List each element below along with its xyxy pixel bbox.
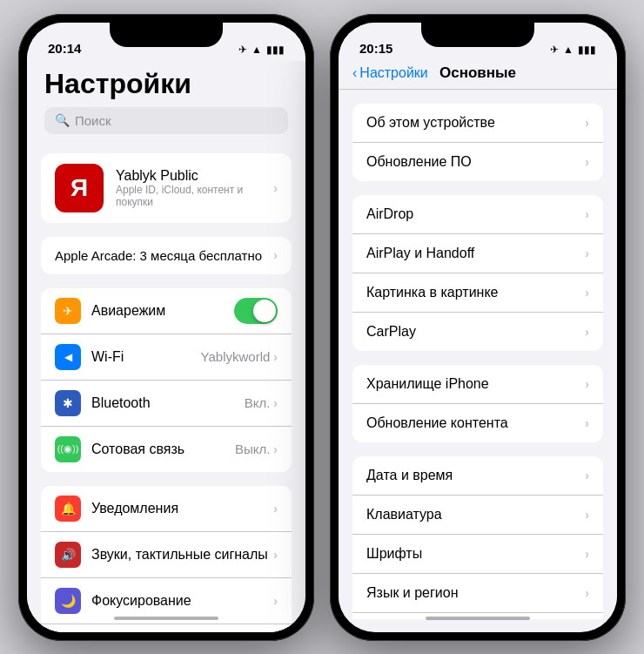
row-carplay[interactable]: CarPlay › <box>352 313 603 351</box>
battery-icon: ▮▮▮ <box>266 44 285 56</box>
nav-back-button[interactable]: ‹ Настройки <box>352 65 428 81</box>
airdrop-chevron: › <box>585 207 589 221</box>
airplay-chevron: › <box>585 246 589 260</box>
nav-title: Основные <box>439 64 516 82</box>
airplay-label: AirPlay и Handoff <box>366 246 474 261</box>
row-keyboard[interactable]: Клавиатура › <box>352 496 603 535</box>
profile-chevron: › <box>273 181 278 195</box>
about-label: Об этом устройстве <box>366 115 495 131</box>
airplane-content: Авиарежим <box>91 303 234 319</box>
keyboard-chevron: › <box>585 508 589 522</box>
setting-screentime[interactable]: ⏱ Экранное время › <box>41 624 292 632</box>
wifi-label: Wi-Fi <box>91 349 124 364</box>
home-indicator-right <box>426 617 530 620</box>
row-airplay[interactable]: AirPlay и Handoff › <box>352 234 603 273</box>
cellular-setting-icon: ((◉)) <box>55 436 81 462</box>
notifications-label: Уведомления <box>91 501 178 516</box>
about-chevron: › <box>585 116 589 130</box>
row-airdrop[interactable]: AirDrop › <box>352 195 603 234</box>
cellular-value: Выкл. <box>235 442 270 456</box>
nav-bar: ‹ Настройки Основные <box>339 61 617 90</box>
back-chevron-icon: ‹ <box>352 65 357 81</box>
cellular-label: Сотовая связь <box>91 442 184 456</box>
fonts-chevron: › <box>585 547 589 561</box>
notch-left <box>110 23 223 47</box>
row-pip[interactable]: Картинка в картинке › <box>352 273 603 313</box>
airplane-toggle[interactable] <box>234 298 278 324</box>
arcade-chevron: › <box>273 248 278 262</box>
airplane-setting-icon: ✈ <box>55 298 81 324</box>
focus-icon: 🌙 <box>55 588 81 614</box>
setting-notifications[interactable]: 🔔 Уведомления › <box>41 486 292 532</box>
profile-name: Yablyk Public <box>116 168 261 184</box>
row-storage[interactable]: Хранилище iPhone › <box>352 365 603 404</box>
update-chevron: › <box>585 155 589 169</box>
wifi-content: Wi-Fi <box>91 349 201 365</box>
profile-section[interactable]: Я Yablyk Public Apple ID, iCloud, контен… <box>41 153 292 223</box>
status-icons-left: ✈ ▲ ▮▮▮ <box>238 44 285 56</box>
fonts-label: Шрифты <box>366 546 422 562</box>
setting-airplane[interactable]: ✈ Авиарежим <box>41 288 292 334</box>
bgrefresh-chevron: › <box>585 416 589 430</box>
arcade-banner[interactable]: Apple Arcade: 3 месяца бесплатно › <box>41 237 292 274</box>
home-indicator-left <box>114 617 218 620</box>
airplane-icon: ✈ <box>238 44 247 56</box>
sounds-content: Звуки, тактильные сигналы <box>91 547 273 563</box>
settings-header: Настройки 🔍 Поиск <box>27 61 305 153</box>
arcade-text: Apple Arcade: 3 месяца бесплатно <box>55 248 262 263</box>
search-bar[interactable]: 🔍 Поиск <box>44 107 288 134</box>
search-icon: 🔍 <box>55 113 70 127</box>
language-label: Язык и регион <box>366 585 459 601</box>
focus-chevron: › <box>273 594 278 608</box>
wifi-icon: ▲ <box>252 44 262 56</box>
bluetooth-value: Вкл. <box>245 395 271 410</box>
notifications-section: 🔔 Уведомления › 🔊 Звуки, тактильные сигн… <box>41 486 292 632</box>
profile-subtitle: Apple ID, iCloud, контент и покупки <box>116 184 261 208</box>
profile-row[interactable]: Я Yablyk Public Apple ID, iCloud, контен… <box>41 153 292 223</box>
left-screen-content: Настройки 🔍 Поиск Я Yablyk Public Apple … <box>27 61 305 632</box>
section-airdrop: AirDrop › AirPlay и Handoff › Картинка в… <box>352 195 603 351</box>
right-phone: 20:15 ✈ ▲ ▮▮▮ ‹ Настройки Основные <box>330 14 626 641</box>
row-about[interactable]: Об этом устройстве › <box>352 104 603 143</box>
bgrefresh-label: Обновление контента <box>366 415 508 431</box>
setting-wifi[interactable]: ◀ Wi-Fi Yablykworld › <box>41 334 292 381</box>
airplane-label: Авиарежим <box>91 303 165 318</box>
status-time-left: 20:14 <box>48 41 81 56</box>
notifications-icon: 🔔 <box>55 496 81 522</box>
carplay-label: CarPlay <box>366 324 416 340</box>
storage-label: Хранилище iPhone <box>366 376 489 392</box>
pip-chevron: › <box>585 286 589 300</box>
datetime-chevron: › <box>585 469 589 482</box>
notifications-chevron: › <box>273 502 278 516</box>
row-fonts[interactable]: Шрифты › <box>352 535 603 574</box>
setting-cellular[interactable]: ((◉)) Сотовая связь Выкл. › <box>41 427 292 472</box>
sounds-icon: 🔊 <box>55 542 81 568</box>
row-bgrefresh[interactable]: Обновление контента › <box>352 404 603 442</box>
right-screen-content: Об этом устройстве › Обновление ПО › Air… <box>339 90 617 619</box>
row-language[interactable]: Язык и регион › <box>352 574 603 613</box>
row-update[interactable]: Обновление ПО › <box>352 143 603 181</box>
update-label: Обновление ПО <box>366 154 472 170</box>
storage-chevron: › <box>585 377 589 391</box>
nav-back-label: Настройки <box>359 65 427 81</box>
setting-bluetooth[interactable]: ✱ Bluetooth Вкл. › <box>41 381 292 427</box>
datetime-label: Дата и время <box>366 468 453 483</box>
setting-sounds[interactable]: 🔊 Звуки, тактильные сигналы › <box>41 532 292 578</box>
focus-content: Фокусирование <box>91 593 273 609</box>
notch-right <box>421 23 534 47</box>
phones-container: 20:14 ✈ ▲ ▮▮▮ Настройки 🔍 Поиск <box>10 5 634 650</box>
search-placeholder: Поиск <box>75 113 111 128</box>
airdrop-label: AirDrop <box>366 206 413 222</box>
right-phone-screen: 20:15 ✈ ▲ ▮▮▮ ‹ Настройки Основные <box>339 23 617 632</box>
wifi-setting-icon: ◀ <box>55 344 81 370</box>
settings-title: Настройки <box>44 68 288 100</box>
bluetooth-label: Bluetooth <box>91 395 151 410</box>
notifications-content: Уведомления <box>91 501 273 516</box>
wifi-value: Yablykworld <box>201 349 271 364</box>
bluetooth-setting-icon: ✱ <box>55 390 81 416</box>
sounds-label: Звуки, тактильные сигналы <box>91 547 268 562</box>
status-time-right: 20:15 <box>359 41 392 56</box>
profile-content: Yablyk Public Apple ID, iCloud, контент … <box>116 168 261 208</box>
row-datetime[interactable]: Дата и время › <box>352 456 603 496</box>
section-storage: Хранилище iPhone › Обновление контента › <box>352 365 603 442</box>
